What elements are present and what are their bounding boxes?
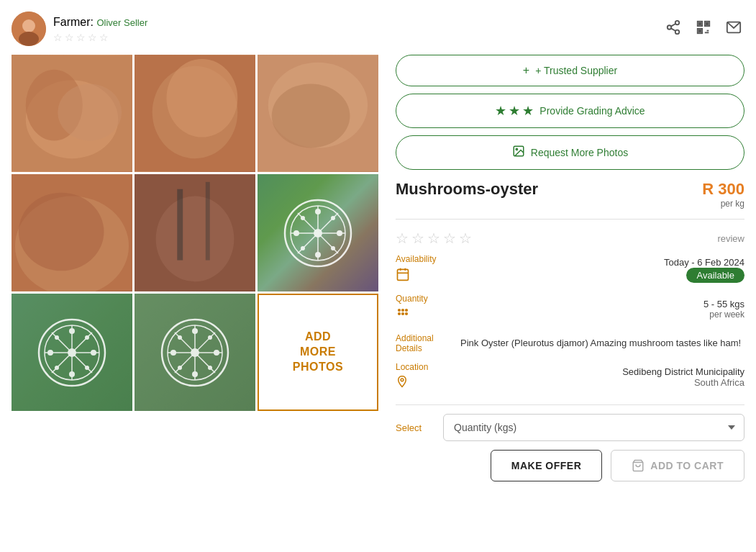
farmer-text: Farmer: Oliver Seller ☆ ☆ ☆ ☆ ☆ [53,16,147,42]
svg-point-34 [19,193,104,271]
svg-point-94 [401,312,404,315]
add-photos-cell[interactable]: ADD MORE PHOTOS [258,294,378,411]
share-button[interactable] [662,17,684,42]
svg-point-91 [401,309,404,312]
add-to-cart-label: ADD TO CART [650,460,724,471]
svg-point-61 [69,328,75,334]
svg-point-62 [69,371,75,377]
image-cell-8[interactable] [135,294,255,411]
availability-label: Availability [396,254,460,285]
star-filled-1: ★ [495,103,506,119]
additional-label: Additional Details [396,333,460,353]
svg-point-68 [85,366,89,370]
grading-advice-button[interactable]: ★ ★ ★ Provide Grading Advice [396,94,744,128]
request-photos-button[interactable]: Request More Photos [396,135,744,170]
available-badge: Available [686,268,744,283]
image-cell-3[interactable] [258,55,378,172]
svg-point-36 [156,196,234,282]
product-price: R 300 [702,180,744,199]
star-1: ☆ [53,32,63,42]
svg-point-67 [55,366,59,370]
top-icons [662,17,744,42]
per-week-label: per week [709,309,744,320]
svg-point-46 [315,209,321,214]
svg-point-63 [47,350,53,356]
calendar-svg [396,267,410,281]
image-cell-7[interactable] [12,294,132,411]
action-row: MAKE OFFER ADD TO CART [396,450,744,481]
quantity-select[interactable]: Quantity (kgs) [443,414,744,441]
svg-point-25 [58,83,122,140]
location-label: Location [396,362,460,392]
svg-point-64 [91,350,96,356]
prod-star-4: ☆ [443,230,456,247]
top-bar: Farmer: Oliver Seller ☆ ☆ ☆ ☆ ☆ [12,12,744,46]
bottom-section: Select Quantity (kgs) MAKE OFFER [396,404,744,481]
svg-rect-38 [206,182,210,261]
product-title-row: Mushrooms-oyster R 300 per kg [396,180,744,209]
location-value: Sedibeng District Municipality South Afr… [460,362,744,392]
request-photos-label: Request More Photos [531,147,628,158]
share-icon [665,19,681,35]
dots-icon [396,307,410,325]
svg-point-31 [272,83,350,148]
mail-button[interactable] [723,17,744,42]
image-grid: ADD MORE PHOTOS [12,55,378,411]
select-label: Select [396,422,432,433]
star-filled-2: ★ [509,103,520,119]
svg-point-83 [208,366,212,370]
svg-point-85 [516,148,517,150]
star-2: ☆ [65,32,75,42]
svg-point-80 [178,335,182,340]
farmer-rating: ☆ ☆ ☆ ☆ ☆ [53,32,147,42]
product-section: + + Trusted Supplier ★ ★ ★ Provide Gradi… [396,55,744,540]
cart-icon [632,459,645,472]
image-cell-6[interactable] [258,174,378,291]
per-kg-label: per kg [702,199,744,209]
image-section: ADD MORE PHOTOS [12,55,378,540]
review-link[interactable]: review [717,233,744,244]
farmer-name-link[interactable]: Oliver Seller [96,17,147,28]
svg-point-66 [85,335,89,340]
add-to-cart-button[interactable]: ADD TO CART [611,450,744,481]
image-cell-5[interactable] [135,174,255,291]
quantity-value-cell: 5 - 55 kgs per week [460,294,744,325]
svg-line-7 [671,23,675,26]
svg-point-76 [192,328,198,334]
svg-point-92 [405,309,408,312]
svg-point-81 [208,335,212,340]
image-icon-svg [512,145,525,158]
svg-point-65 [55,335,59,340]
avatar [12,12,46,46]
divider-1 [396,219,744,220]
image-cell-4[interactable] [12,174,132,291]
svg-point-75 [191,348,199,357]
additional-text: Pink Oyster (Pleurotus djamor) Amazing m… [460,336,741,350]
prod-star-1: ☆ [396,230,409,247]
make-offer-button[interactable]: MAKE OFFER [491,450,603,481]
product-rating-stars: ☆ ☆ ☆ ☆ ☆ [396,230,472,247]
main-content: ADD MORE PHOTOS + + Trusted Supplier ★ ★… [12,55,744,540]
svg-point-93 [398,312,401,315]
qr-button[interactable] [693,17,714,42]
grading-advice-label: Provide Grading Advice [539,105,645,117]
svg-point-48 [293,230,299,236]
svg-point-4 [668,25,672,30]
svg-point-49 [337,230,342,236]
calendar-icon [396,267,410,285]
plus-icon: + [523,64,529,77]
image-cell-2[interactable] [135,55,255,172]
rating-row: ☆ ☆ ☆ ☆ ☆ review [396,230,744,247]
svg-point-1 [22,19,35,32]
svg-rect-13 [699,30,701,32]
svg-point-79 [214,350,219,356]
quantity-value: 5 - 55 kgs [703,299,744,309]
svg-point-78 [170,350,176,356]
svg-point-47 [315,252,321,258]
svg-point-2 [19,32,39,46]
star-5: ☆ [99,32,109,42]
additional-value: Pink Oyster (Pleurotus djamor) Amazing m… [460,333,744,353]
image-cell-1[interactable] [12,55,132,172]
trusted-supplier-button[interactable]: + + Trusted Supplier [396,55,744,86]
svg-point-82 [178,366,182,370]
